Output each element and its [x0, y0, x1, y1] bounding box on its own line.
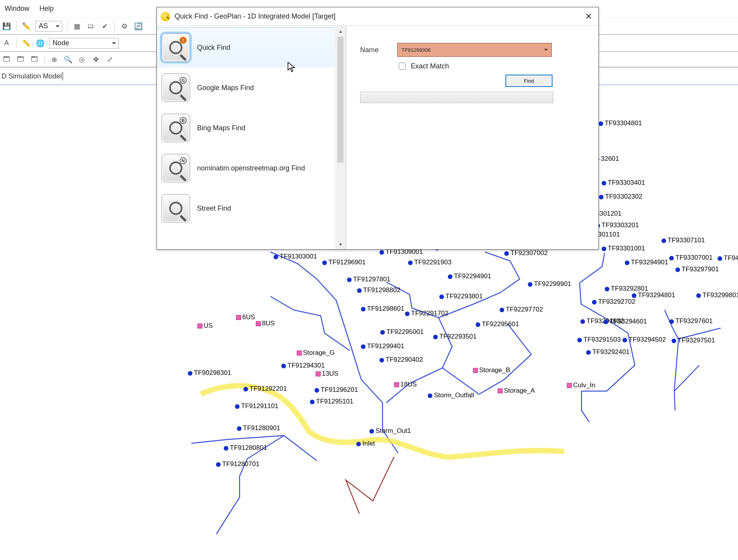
find-type-street-find[interactable]: Street Find: [157, 188, 335, 228]
network-node[interactable]: US: [197, 322, 213, 330]
name-input[interactable]: [397, 43, 552, 57]
network-node[interactable]: TF93297901: [675, 266, 719, 273]
tool-window2-icon[interactable]: 🗔: [15, 54, 26, 65]
tool-window1-icon[interactable]: 🗔: [2, 54, 12, 65]
network-node[interactable]: 18US: [394, 381, 417, 388]
network-node[interactable]: TF93294502: [622, 336, 666, 344]
network-node[interactable]: TF943: [718, 254, 738, 262]
find-type-quick-find[interactable]: ! Quick Find: [157, 27, 335, 68]
network-node[interactable]: TF92293501: [433, 333, 476, 340]
tool-pan-icon[interactable]: ✥: [91, 54, 101, 65]
tool-extent-icon[interactable]: ⤢: [105, 54, 115, 65]
tool-grid-icon[interactable]: ▦: [72, 21, 82, 31]
network-node[interactable]: TF92297702: [500, 306, 543, 313]
network-node[interactable]: Inlet: [356, 440, 375, 448]
node-dropdown[interactable]: Node: [49, 38, 119, 49]
network-node[interactable]: 8US: [256, 320, 275, 327]
network-node[interactable]: TF93294801: [632, 291, 675, 299]
network-node[interactable]: TF93299801: [696, 291, 738, 299]
network-node[interactable]: TF93304801: [599, 119, 642, 127]
node-dropdown-label: Node: [53, 39, 69, 47]
as-dropdown[interactable]: AS: [35, 21, 62, 32]
network-node[interactable]: TF93292702: [592, 298, 635, 306]
network-node[interactable]: TF91298802: [357, 286, 400, 294]
network-node[interactable]: Storm_Out1: [369, 427, 411, 435]
network-node[interactable]: TF92293801: [439, 293, 483, 300]
network-node[interactable]: TF93294901: [625, 259, 668, 266]
network-node[interactable]: TF92290402: [379, 356, 423, 364]
network-node[interactable]: Storage_A: [498, 387, 535, 395]
network-node[interactable]: TF93292401: [586, 348, 629, 356]
network-node[interactable]: TF91296201: [315, 386, 358, 394]
find-type-google-maps[interactable]: G Google Maps Find: [157, 68, 335, 108]
network-node[interactable]: TF93297601: [669, 317, 712, 325]
tool-zoom-select-icon[interactable]: ⊕: [49, 54, 59, 65]
tool-target-icon[interactable]: ◎: [77, 54, 87, 65]
scroll-down-icon[interactable]: ▾: [335, 239, 346, 249]
menu-help[interactable]: Help: [39, 5, 54, 13]
network-node[interactable]: TF91291101: [235, 402, 278, 410]
network-node[interactable]: TF93301001: [602, 245, 645, 252]
dialog-titlebar[interactable]: Quick Find - GeoPlan - 1D Integrated Mod…: [157, 7, 599, 26]
find-type-nominatim[interactable]: N nominatim.openstreetmap.org Find: [157, 148, 335, 188]
exact-match-checkbox[interactable]: [399, 63, 406, 70]
tool-globe-icon[interactable]: 🌐: [35, 38, 45, 48]
network-node[interactable]: TF93303201: [595, 221, 639, 229]
network-node[interactable]: TF92295001: [380, 328, 423, 336]
tool-window3-icon[interactable]: 🗔: [29, 54, 39, 65]
network-node[interactable]: TF93302302: [599, 193, 642, 201]
network-node[interactable]: TF93307001: [669, 254, 712, 262]
menu-window[interactable]: Window: [5, 5, 29, 13]
find-button[interactable]: Find: [505, 75, 553, 87]
network-node[interactable]: TF93297501: [672, 337, 715, 344]
find-type-label: nominatim.openstreetmap.org Find: [197, 164, 305, 172]
network-node[interactable]: TF91280801: [224, 444, 267, 452]
find-form-pane: Name Exact Match Find: [346, 26, 599, 249]
network-node[interactable]: TF92295601: [476, 320, 519, 328]
as-dropdown-label: AS: [39, 22, 48, 30]
network-node[interactable]: TF93294601: [604, 318, 647, 325]
network-node[interactable]: TF91296901: [322, 259, 366, 266]
network-node[interactable]: TF91298601: [361, 305, 404, 313]
network-node[interactable]: TF91280901: [237, 424, 280, 432]
tool-validate-icon[interactable]: ✔: [100, 21, 110, 31]
network-node[interactable]: TF93291503: [577, 336, 621, 344]
network-node[interactable]: 13US: [316, 370, 338, 378]
tool-layers-icon[interactable]: 🗂: [86, 21, 96, 31]
network-node[interactable]: TF92291702: [405, 310, 448, 317]
network-node[interactable]: TF91292201: [243, 385, 287, 393]
tool-save-icon[interactable]: 💾: [2, 21, 12, 31]
dialog-app-icon: [161, 12, 170, 21]
scroll-thumb[interactable]: [337, 37, 343, 163]
network-node[interactable]: TF91299401: [361, 342, 404, 350]
network-node[interactable]: TF93303401: [602, 179, 645, 187]
network-node[interactable]: Storage_B: [473, 366, 510, 374]
tool-ruler-icon[interactable]: 📏: [21, 38, 31, 48]
network-node[interactable]: Storage_G: [297, 349, 335, 357]
scroll-up-icon[interactable]: ▴: [335, 26, 346, 36]
tool-zoom-in-icon[interactable]: 🔍: [63, 54, 73, 65]
tool-run-icon[interactable]: ⚙: [119, 21, 129, 31]
network-node[interactable]: Storm_Outfall: [428, 391, 474, 399]
network-node[interactable]: TF92299901: [528, 280, 571, 288]
network-node[interactable]: TF91295101: [310, 398, 353, 405]
network-node[interactable]: 6US: [236, 313, 255, 321]
find-type-scrollbar[interactable]: ▴ ▾: [335, 26, 346, 249]
network-node[interactable]: TF91280701: [216, 460, 259, 468]
find-type-bing-maps[interactable]: B Bing Maps Find: [157, 108, 335, 148]
network-node[interactable]: TF92307002: [504, 249, 548, 257]
network-node[interactable]: Culv_In: [567, 381, 595, 389]
network-node[interactable]: TF91303001: [274, 253, 317, 260]
exact-match-label: Exact Match: [411, 62, 449, 70]
network-node[interactable]: TF92294901: [448, 272, 491, 280]
network-node[interactable]: TF93307101: [661, 237, 705, 244]
network-node[interactable]: TF92291903: [408, 259, 451, 266]
tool-refresh-icon[interactable]: 🔄: [133, 21, 143, 31]
close-icon[interactable]: ✕: [578, 7, 599, 26]
tool-annotate-icon[interactable]: A: [2, 38, 12, 48]
network-node[interactable]: TF91294301: [281, 362, 325, 369]
network-node[interactable]: TF91297801: [347, 276, 390, 283]
network-node[interactable]: TF90298301: [188, 369, 231, 377]
tool-edit-icon[interactable]: ✏️: [21, 21, 31, 31]
find-type-list-pane: ! Quick Find G Google Maps Find B Bing M…: [157, 26, 346, 249]
